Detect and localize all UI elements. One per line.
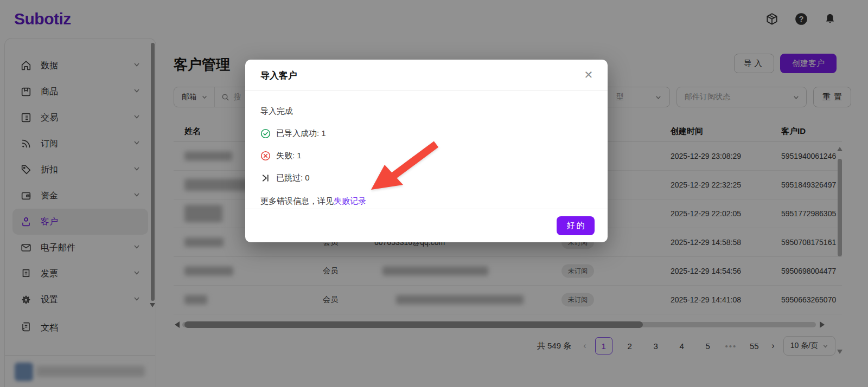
x-circle-icon bbox=[260, 151, 271, 161]
ok-button[interactable]: 好的 bbox=[557, 216, 595, 235]
check-circle-icon bbox=[260, 128, 271, 139]
more-errors-text: 更多错误信息，详见 bbox=[260, 196, 334, 205]
import-skipped-line: 已跳过: 0 bbox=[260, 173, 592, 183]
import-status-text: 导入完成 bbox=[260, 106, 592, 117]
import-customer-modal: 导入客户 ✕ 导入完成 已导入成功: 1 失败: 1 已跳过: 0 更多错误信息… bbox=[245, 60, 608, 242]
import-failed-line: 失败: 1 bbox=[260, 151, 592, 161]
import-success-text: 已导入成功: 1 bbox=[276, 128, 326, 139]
modal-header-divider bbox=[245, 90, 608, 91]
modal-header: 导入客户 ✕ bbox=[245, 60, 608, 90]
modal-footer-divider bbox=[245, 209, 608, 209]
import-success-line: 已导入成功: 1 bbox=[260, 128, 592, 139]
import-failed-text: 失败: 1 bbox=[276, 151, 302, 161]
modal-body: 导入完成 已导入成功: 1 失败: 1 已跳过: 0 更多错误信息，详见失败记录 bbox=[260, 99, 592, 207]
skip-icon bbox=[260, 173, 271, 183]
more-errors-line: 更多错误信息，详见失败记录 bbox=[260, 196, 592, 207]
close-icon[interactable]: ✕ bbox=[583, 69, 595, 81]
failed-records-link[interactable]: 失败记录 bbox=[334, 196, 366, 205]
modal-title: 导入客户 bbox=[260, 69, 297, 82]
import-skipped-text: 已跳过: 0 bbox=[276, 173, 310, 183]
